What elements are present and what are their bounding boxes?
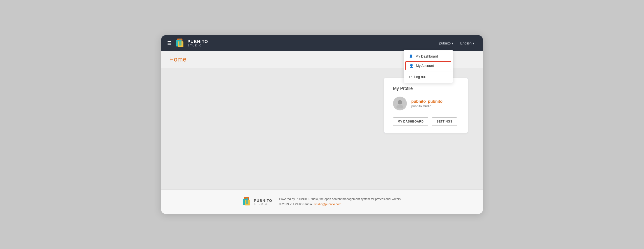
profile-card-title: My Profile	[393, 86, 459, 91]
footer-logo-icon	[242, 197, 252, 207]
logo-icon	[176, 38, 185, 48]
navbar: ☰ PUBNiTO STUDIO pubnito ▾ English ▾	[161, 35, 483, 51]
profile-card: My Profile pubnito_pubnito pubnito studi…	[384, 78, 468, 133]
account-icon: 👤	[409, 64, 414, 68]
brand-sub: STUDIO	[188, 44, 208, 47]
user-chevron-icon: ▾	[452, 41, 453, 45]
svg-point-4	[398, 100, 402, 104]
username: pubnito_pubnito	[411, 99, 442, 104]
settings-button[interactable]: SETTINGS	[432, 117, 457, 126]
footer-logo: PUBNiTO STUDIO	[242, 197, 272, 207]
dropdown-divider	[404, 71, 453, 71]
profile-actions: MY DASHBOARD SETTINGS	[393, 117, 459, 126]
user-icon: 👤	[409, 54, 413, 58]
logout-label: Log out	[414, 75, 426, 79]
footer-powered-by: Powered by PUBNiTO Studio, the open cont…	[279, 197, 402, 202]
user-info: pubnito_pubnito pubnito studio	[411, 99, 442, 108]
avatar	[393, 97, 407, 110]
footer-sub: STUDIO	[254, 203, 272, 205]
avatar-icon	[395, 99, 405, 108]
footer-email[interactable]: studio@pubnito.com	[314, 203, 342, 206]
dropdown-item-my-dashboard[interactable]: 👤 My Dashboard	[404, 52, 453, 61]
my-dashboard-label: My Dashboard	[416, 54, 438, 58]
my-account-label: My Account	[416, 64, 434, 68]
profile-user-row: pubnito_pubnito pubnito studio	[393, 97, 459, 110]
dropdown-item-logout[interactable]: ↩ Log out	[404, 72, 453, 81]
footer: PUBNiTO STUDIO Powered by PUBNiTO Studio…	[161, 190, 483, 214]
footer-logo-text: PUBNiTO STUDIO	[254, 198, 272, 205]
svg-rect-3	[179, 39, 182, 46]
user-dropdown-menu: 👤 My Dashboard 👤 My Account ↩ Log out	[404, 50, 453, 83]
footer-copyright: © 2023 PUBNiTO Studio | studio@pubnito.c…	[279, 202, 402, 207]
svg-point-5	[396, 105, 403, 108]
user-menu-button[interactable]: pubnito ▾	[437, 40, 456, 47]
dropdown-item-my-account[interactable]: 👤 My Account	[405, 61, 451, 70]
user-label: pubnito	[439, 41, 450, 45]
my-dashboard-button[interactable]: MY DASHBOARD	[393, 117, 428, 126]
lang-chevron-icon: ▾	[472, 41, 474, 45]
logout-icon: ↩	[409, 75, 412, 79]
user-description: pubnito studio	[411, 104, 442, 108]
svg-rect-9	[246, 198, 248, 204]
footer-brand: PUBNiTO	[254, 198, 272, 203]
hamburger-menu[interactable]: ☰	[167, 40, 172, 46]
logo-area: PUBNiTO STUDIO	[176, 38, 208, 48]
logo-text: PUBNiTO STUDIO	[188, 39, 208, 47]
nav-right: pubnito ▾ English ▾	[437, 40, 477, 47]
lang-label: English	[460, 41, 472, 45]
browser-window: ☰ PUBNiTO STUDIO pubnito ▾ English ▾	[161, 35, 483, 214]
footer-info: Powered by PUBNiTO Studio, the open cont…	[279, 197, 402, 207]
brand-name: PUBNiTO	[188, 39, 208, 44]
language-button[interactable]: English ▾	[458, 40, 477, 47]
